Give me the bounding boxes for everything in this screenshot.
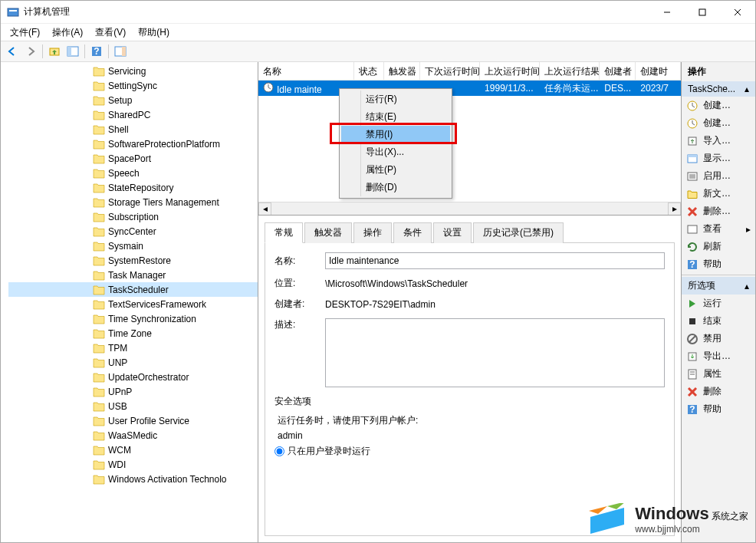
tree-item-waasmedic[interactable]: WaaSMedic (8, 428, 258, 443)
context-menu-item[interactable]: 禁用(I) (341, 126, 450, 143)
action-help[interactable]: ?帮助 (682, 400, 755, 418)
tree-item-synccenter[interactable]: SyncCenter (8, 224, 258, 239)
task-list-body[interactable]: Idle mainte1999/11/3...任务尚未运...DES...202… (258, 81, 681, 202)
scroll-right-button[interactable]: ▸ (668, 202, 681, 216)
titlebar: 计算机管理 (1, 1, 755, 24)
tree-item-wcm[interactable]: WCM (8, 443, 258, 457)
tree-item-usb[interactable]: USB (8, 399, 258, 413)
tree-item-shell[interactable]: Shell (8, 122, 258, 137)
action-label: 运行 (703, 297, 721, 310)
location-label: 位置: (274, 277, 325, 290)
tree-item-time-synchronization[interactable]: Time Synchronization (8, 311, 258, 326)
action-create-basic[interactable]: 创建… (682, 97, 755, 114)
action-export[interactable]: 导出… (682, 347, 755, 365)
tree-item-staterepository[interactable]: StateRepository (8, 180, 258, 195)
tree-item-subscription[interactable]: Subscription (8, 209, 258, 224)
tree-item-unp[interactable]: UNP (8, 355, 258, 370)
actions-group-taskscheduler[interactable]: TaskSche... ▴ (682, 81, 755, 97)
actions-group-selected[interactable]: 所选项 ▴ (682, 277, 755, 295)
tree-item-label: UpdateOrchestrator (108, 372, 189, 383)
minimize-button[interactable] (649, 1, 685, 24)
column-header[interactable]: 创建者 (600, 62, 636, 80)
show-hide-tree-button[interactable] (64, 43, 81, 60)
tab-条件[interactable]: 条件 (393, 222, 432, 243)
tree-item-servicing[interactable]: Servicing (8, 64, 258, 78)
action-disable[interactable]: 禁用 (682, 330, 755, 347)
back-button[interactable] (4, 43, 21, 60)
tree-item-sharedpc[interactable]: SharedPC (8, 107, 258, 122)
action-help[interactable]: ?帮助 (682, 255, 755, 273)
column-header[interactable]: 触发器 (384, 62, 420, 80)
tree-item-speech[interactable]: Speech (8, 166, 258, 180)
forward-button[interactable] (22, 43, 39, 60)
tree-item-storage-tiers-management[interactable]: Storage Tiers Management (8, 195, 258, 209)
tab-触发器[interactable]: 触发器 (304, 222, 352, 243)
tree-item-time-zone[interactable]: Time Zone (8, 326, 258, 341)
tree-item-label: Windows Activation Technolo (108, 474, 227, 485)
run-only-logged-on-label: 只在用户登录时运行 (288, 445, 370, 458)
tree-item-upnp[interactable]: UPnP (8, 384, 258, 399)
tree-item-tpm[interactable]: TPM (8, 341, 258, 355)
menu-file[interactable]: 文件(F) (4, 25, 46, 41)
column-header[interactable]: 状态 (354, 62, 384, 80)
column-header[interactable]: 名称 (258, 62, 354, 80)
tree-item-sysmain[interactable]: Sysmain (8, 239, 258, 253)
context-menu[interactable]: 运行(R)结束(E)禁用(I)导出(X)...属性(P)删除(D) (339, 88, 452, 199)
table-row[interactable]: Idle mainte1999/11/3...任务尚未运...DES...202… (258, 81, 681, 96)
tree-item-user-profile-service[interactable]: User Profile Service (8, 413, 258, 428)
run-only-logged-on-radio[interactable] (274, 446, 284, 456)
column-header[interactable]: 上次运行时间 (480, 62, 540, 80)
action-show-running[interactable]: 显示… (682, 150, 755, 167)
menu-view[interactable]: 查看(V) (89, 25, 132, 41)
action-end[interactable]: 结束 (682, 312, 755, 330)
context-menu-item[interactable]: 运行(R) (341, 90, 450, 108)
action-create[interactable]: 创建… (682, 114, 755, 132)
task-description-input[interactable] (325, 318, 665, 387)
tab-设置[interactable]: 设置 (433, 222, 472, 243)
tree-item-wdi[interactable]: WDI (8, 457, 258, 472)
menu-help[interactable]: 帮助(H) (132, 25, 176, 41)
list-scrollbar[interactable]: ◂ ▸ (258, 202, 681, 215)
tree-item-updateorchestrator[interactable]: UpdateOrchestrator (8, 370, 258, 384)
action-run[interactable]: 运行 (682, 295, 755, 312)
action-refresh[interactable]: 刷新 (682, 238, 755, 255)
task-name-input[interactable] (325, 252, 665, 269)
menu-action[interactable]: 操作(A) (46, 25, 89, 41)
column-header[interactable]: 上次运行结果 (540, 62, 600, 80)
tree-item-settingsync[interactable]: SettingSync (8, 78, 258, 93)
tab-历史记录(已禁用)[interactable]: 历史记录(已禁用) (473, 222, 564, 243)
context-menu-item[interactable]: 导出(X)... (341, 143, 450, 161)
tree-pane[interactable]: ServicingSettingSyncSetupSharedPCShellSo… (1, 62, 258, 542)
column-header[interactable]: 创建时 (636, 62, 681, 80)
context-menu-item[interactable]: 删除(D) (341, 179, 450, 196)
tree-item-softwareprotectionplatform[interactable]: SoftwareProtectionPlatform (8, 137, 258, 151)
action-import[interactable]: 导入… (682, 132, 755, 150)
maximize-button[interactable] (685, 1, 720, 24)
tab-常规[interactable]: 常规 (265, 222, 303, 243)
action-delete[interactable]: 删除 (682, 383, 755, 400)
action-delete-folder[interactable]: 删除… (682, 202, 755, 220)
tree-item-setup[interactable]: Setup (8, 93, 258, 107)
column-header[interactable]: 下次运行时间 (420, 62, 480, 80)
window-controls (649, 1, 755, 24)
action-view[interactable]: 查看▸ (682, 220, 755, 238)
tab-操作[interactable]: 操作 (353, 222, 392, 243)
action-properties[interactable]: 属性 (682, 365, 755, 383)
tree-item-textservicesframework[interactable]: TextServicesFramework (8, 297, 258, 311)
action-new-folder[interactable]: 新文… (682, 185, 755, 202)
scroll-left-button[interactable]: ◂ (258, 202, 271, 216)
tree-item-systemrestore[interactable]: SystemRestore (8, 253, 258, 268)
up-button[interactable] (46, 43, 63, 60)
help-button[interactable]: ? (88, 43, 105, 60)
close-button[interactable] (720, 1, 755, 24)
tree-item-task-manager[interactable]: Task Manager (8, 268, 258, 282)
tree-item-windows-activation-technolo[interactable]: Windows Activation Technolo (8, 472, 258, 486)
context-menu-item[interactable]: 结束(E) (341, 108, 450, 126)
tree-item-label: TPM (108, 343, 127, 354)
context-menu-item[interactable]: 属性(P) (341, 161, 450, 179)
tree-item-spaceport[interactable]: SpacePort (8, 151, 258, 166)
tree-item-taskscheduler[interactable]: TaskScheduler (8, 282, 258, 297)
collapse-icon: ▴ (744, 84, 749, 94)
action-enable-history[interactable]: 启用… (682, 167, 755, 185)
show-hide-actions-button[interactable] (112, 43, 129, 60)
